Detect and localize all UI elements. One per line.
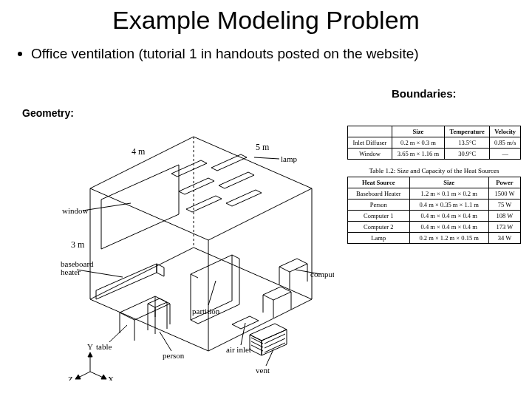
cell: 1500 W: [488, 188, 520, 200]
svg-marker-42: [171, 160, 207, 177]
col-header: Velocity: [490, 126, 521, 137]
cell: Computer 2: [348, 222, 410, 233]
col-header: Temperature: [444, 126, 489, 137]
svg-marker-35: [262, 330, 287, 355]
table-row: Window3.65 m × 1.16 m30.9°C—: [348, 149, 521, 160]
svg-line-39: [265, 334, 285, 344]
bullet-text: Office ventilation (tutorial 1 in handou…: [31, 45, 419, 63]
cell: 0.4 m × 0.4 m × 0.4 m: [409, 211, 488, 222]
bullet-dot: [18, 52, 22, 56]
cell: 108 W: [488, 211, 520, 222]
axis-z: Z: [68, 375, 73, 381]
vent-label: vent: [256, 366, 270, 375]
svg-marker-32: [232, 316, 259, 329]
cell: Person: [348, 200, 410, 211]
boundaries-label: Boundaries:: [392, 87, 457, 100]
table-row: Computer 20.4 m × 0.4 m × 0.4 m173 W: [348, 222, 521, 233]
axis-y: Y: [87, 342, 93, 351]
svg-marker-0: [90, 248, 312, 351]
svg-line-11: [232, 255, 239, 259]
heater-label: heater: [61, 267, 81, 276]
dim-depth: 5 m: [256, 142, 270, 152]
table-label: table: [96, 342, 112, 351]
dim-height: 3 m: [71, 239, 85, 250]
cell: Inlet Diffuser: [348, 137, 392, 149]
table-row: Lamp0.2 m × 1.2 m × 0.15 m34 W: [348, 233, 521, 244]
svg-marker-44: [179, 178, 214, 194]
cell: —: [490, 149, 521, 160]
svg-line-54: [160, 332, 171, 351]
heat-source-table: Heat SourceSizePower Baseboard Heater1.2…: [347, 177, 521, 244]
svg-line-50: [77, 270, 123, 277]
svg-line-41: [265, 343, 285, 352]
svg-marker-43: [211, 154, 247, 171]
col-header: Heat Source: [348, 177, 410, 188]
svg-line-51: [208, 281, 216, 305]
svg-line-53: [109, 325, 127, 342]
table-row: Baseboard Heater1.2 m × 0.1 m × 0.2 m150…: [348, 188, 521, 200]
col-header: Size: [392, 126, 444, 137]
lamp-label: lamp: [281, 154, 297, 163]
tables-area: SizeTemperatureVelocity Inlet Diffuser0.…: [347, 126, 521, 251]
svg-line-10: [191, 274, 198, 278]
cell: 30.9°C: [444, 149, 489, 160]
svg-line-14: [191, 320, 198, 324]
cell: 0.85 m/s: [490, 137, 521, 149]
svg-marker-24: [279, 259, 307, 272]
svg-marker-1: [90, 137, 312, 240]
svg-marker-47: [226, 190, 262, 206]
cell: 0.2 m × 1.2 m × 0.15 m: [409, 233, 488, 244]
person-label: person: [163, 351, 185, 360]
axis-x: X: [108, 375, 114, 381]
dim-width: 4 m: [132, 146, 146, 157]
cell: Computer 1: [348, 211, 410, 222]
cell: Window: [348, 149, 392, 160]
table-row: Inlet Diffuser0.2 m × 0.3 m13.5°C0.85 m/…: [348, 137, 521, 149]
cell: 75 W: [488, 200, 520, 211]
partition-label: partition: [192, 307, 220, 316]
table-row: Person0.4 m × 0.35 m × 1.1 m75 W: [348, 200, 521, 211]
cell: 0.4 m × 0.4 m × 0.4 m: [409, 222, 488, 233]
table2-caption: Table 1.2: Size and Capacity of the Heat…: [347, 167, 521, 174]
computer-label: computer: [310, 270, 334, 279]
slide-title: Example Modeling Problem: [0, 0, 532, 35]
svg-marker-45: [219, 172, 254, 188]
cell: Baseboard Heater: [348, 188, 410, 200]
svg-line-48: [254, 157, 279, 159]
svg-marker-62: [75, 375, 81, 379]
col-header: Size: [409, 177, 488, 188]
table-row: Computer 10.4 m × 0.4 m × 0.4 m108 W: [348, 211, 521, 222]
svg-marker-61: [101, 375, 106, 379]
cell: 13.5°C: [444, 137, 489, 149]
cell: 1.2 m × 0.1 m × 0.2 m: [409, 188, 488, 200]
cell: Lamp: [348, 233, 410, 244]
airinlet-label: air inlet: [226, 345, 251, 354]
window-label: window: [62, 206, 89, 215]
cell: 0.2 m × 0.3 m: [392, 137, 444, 149]
cell: 173 W: [488, 222, 520, 233]
bullet-item: Office ventilation (tutorial 1 in handou…: [18, 45, 532, 63]
geometry-figure: 4 m 5 m 3 m lamp window baseboard heater…: [61, 115, 334, 381]
col-header: [348, 126, 392, 137]
cell: 34 W: [488, 233, 520, 244]
col-header: Power: [488, 177, 520, 188]
svg-marker-60: [88, 352, 92, 357]
cell: 3.65 m × 1.16 m: [392, 149, 444, 160]
svg-marker-46: [186, 196, 222, 212]
cell: 0.4 m × 0.35 m × 1.1 m: [409, 200, 488, 211]
boundary-table: SizeTemperatureVelocity Inlet Diffuser0.…: [347, 126, 521, 160]
